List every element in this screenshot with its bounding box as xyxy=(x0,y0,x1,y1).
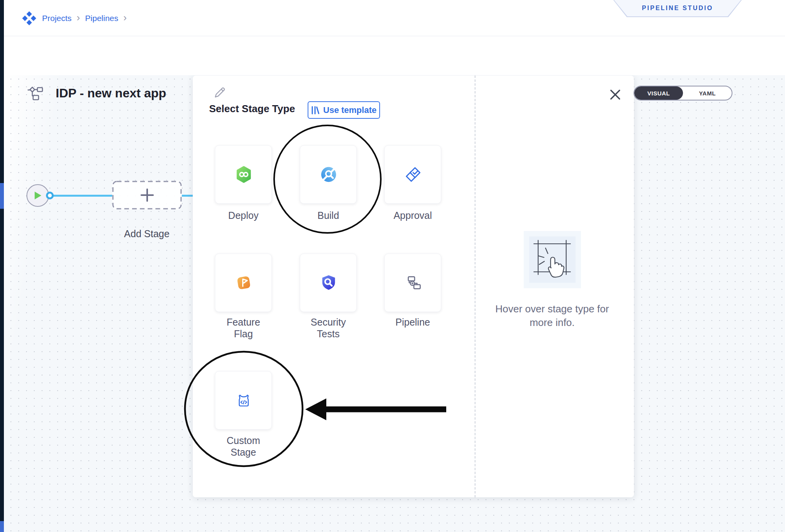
breadcrumb: Projects › Pipelines › xyxy=(21,0,127,36)
rail-highlight-bottom xyxy=(0,521,4,532)
modal-title: Select Stage Type xyxy=(209,103,295,115)
title-bar: IDP - new next app VISUAL YAML xyxy=(4,36,785,75)
play-icon xyxy=(33,191,42,200)
breadcrumb-link-projects[interactable]: Projects xyxy=(42,14,72,23)
rail-highlight xyxy=(0,183,4,209)
plus-icon xyxy=(140,188,155,203)
stage-card-custom-stage[interactable] xyxy=(215,371,272,430)
stage-label: Build xyxy=(309,210,348,221)
stage-label: Deploy xyxy=(224,210,263,221)
pipeline-icon xyxy=(404,274,422,292)
page-title: IDP - new next app xyxy=(56,86,166,100)
pipeline-studio-page: Projects › Pipelines › PIPELINE STUDIO I… xyxy=(0,0,785,532)
deploy-cd-icon xyxy=(235,166,253,183)
stage-label: Approval xyxy=(393,210,432,221)
flow-line xyxy=(181,195,194,197)
use-template-label: Use template xyxy=(323,105,377,115)
template-library-icon xyxy=(311,106,320,115)
chevron-right-icon: › xyxy=(77,12,80,24)
add-stage-label: Add Stage xyxy=(118,228,176,240)
edit-pencil-icon[interactable] xyxy=(213,85,227,99)
stage-label: Pipeline xyxy=(393,316,432,328)
add-stage-button[interactable] xyxy=(112,181,182,210)
toggle-yaml[interactable]: YAML xyxy=(683,86,732,100)
panel-divider xyxy=(475,76,475,497)
flow-line xyxy=(53,195,113,197)
build-ci-icon xyxy=(320,166,338,183)
approval-icon xyxy=(404,166,422,183)
stage-card-feature-flag[interactable] xyxy=(215,254,272,312)
breadcrumb-link-pipelines[interactable]: Pipelines xyxy=(85,14,118,23)
stage-label: Feature Flag xyxy=(224,316,263,340)
stage-card-security-tests[interactable] xyxy=(300,254,357,312)
pipeline-studio-badge-label: PIPELINE STUDIO xyxy=(642,5,713,12)
left-nav-rail xyxy=(0,0,4,532)
stage-card-approval[interactable] xyxy=(384,145,441,204)
security-tests-icon xyxy=(320,274,338,292)
breadcrumb-bar: Projects › Pipelines › PIPELINE STUDIO xyxy=(4,0,785,36)
pipeline-studio-badge: PIPELINE STUDIO xyxy=(613,0,742,17)
click-hand-illustration xyxy=(524,231,581,288)
use-template-button[interactable]: Use template xyxy=(308,101,380,119)
stage-card-build[interactable] xyxy=(300,145,357,204)
toggle-visual[interactable]: VISUAL xyxy=(634,86,683,100)
hover-hint-text: Hover over stage type for more info. xyxy=(488,302,616,329)
connector-port-dot xyxy=(46,192,54,199)
stage-label: Custom Stage xyxy=(224,435,263,458)
stage-card-pipeline[interactable] xyxy=(384,254,441,312)
feature-flag-icon xyxy=(235,274,253,292)
harness-logo-icon[interactable] xyxy=(21,11,37,26)
chevron-right-icon: › xyxy=(123,12,127,24)
stage-label: Security Tests xyxy=(309,316,348,340)
pipeline-dag-icon xyxy=(26,85,44,102)
custom-stage-icon xyxy=(235,391,253,409)
view-mode-toggle: VISUAL YAML xyxy=(634,86,732,100)
close-icon[interactable] xyxy=(609,89,621,100)
stage-card-deploy[interactable] xyxy=(215,145,272,204)
select-stage-modal: Select Stage Type Use template xyxy=(193,76,634,497)
